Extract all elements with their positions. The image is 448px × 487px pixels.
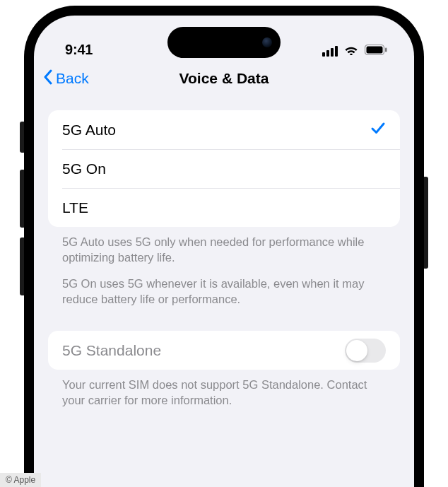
toggle-knob xyxy=(346,340,367,361)
standalone-row[interactable]: 5G Standalone xyxy=(48,331,400,370)
chevron-left-icon xyxy=(42,69,53,88)
back-button[interactable]: Back xyxy=(42,69,89,88)
status-icons xyxy=(322,44,387,58)
battery-icon xyxy=(365,45,387,58)
option-5g-on[interactable]: 5G On xyxy=(62,149,400,188)
option-label: 5G Auto xyxy=(62,122,116,139)
wifi-icon xyxy=(343,44,359,58)
option-label: LTE xyxy=(62,199,88,216)
svg-rect-1 xyxy=(367,46,383,53)
back-label: Back xyxy=(56,70,89,87)
page-title: Voice & Data xyxy=(34,70,414,87)
standalone-label: 5G Standalone xyxy=(62,342,161,359)
option-label: 5G On xyxy=(62,160,106,177)
dynamic-island xyxy=(167,27,281,58)
option-5g-auto[interactable]: 5G Auto xyxy=(48,110,400,149)
cellular-signal-icon xyxy=(322,46,338,57)
attribution-label: © Apple xyxy=(0,473,41,487)
checkmark-icon xyxy=(370,120,386,139)
svg-rect-2 xyxy=(385,47,387,52)
nav-bar: Back Voice & Data xyxy=(34,61,414,96)
standalone-group: 5G Standalone xyxy=(48,331,400,370)
content: 5G Auto 5G On LTE xyxy=(34,96,414,409)
options-footer-2: 5G On uses 5G whenever it is available, … xyxy=(48,266,400,307)
front-camera-icon xyxy=(262,37,272,47)
option-lte[interactable]: LTE xyxy=(62,188,400,227)
screen: 9:41 Back Voice & Data xyxy=(34,16,414,487)
status-time: 9:41 xyxy=(65,42,93,58)
voice-data-options-group: 5G Auto 5G On LTE xyxy=(48,110,400,227)
standalone-toggle[interactable] xyxy=(345,339,386,363)
standalone-footer: Your current SIM does not support 5G Sta… xyxy=(48,370,400,409)
device-frame: 9:41 Back Voice & Data xyxy=(24,6,424,487)
options-footer-1: 5G Auto uses 5G only when needed for per… xyxy=(48,227,400,266)
